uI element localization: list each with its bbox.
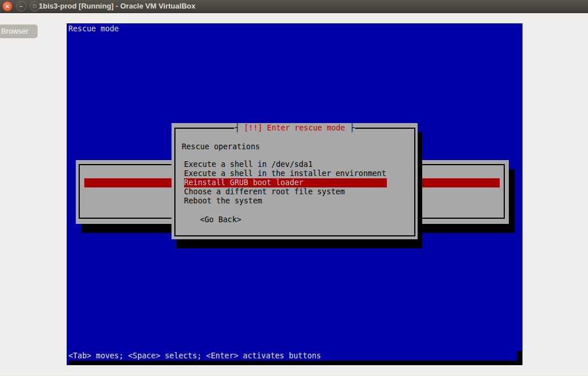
rescue-operations-menu: Execute a shell in /dev/sda1 Execute a s… <box>172 160 418 206</box>
minimize-button[interactable]: − <box>16 1 26 11</box>
menu-item[interactable]: Execute a shell in /dev/sda1 <box>172 160 418 169</box>
dialog-title: ┤ [!!] Enter rescue mode ├ <box>234 124 355 133</box>
rescue-dialog: ┤ [!!] Enter rescue mode ├ Rescue operat… <box>172 123 418 239</box>
menu-item[interactable]: Reboot the system <box>172 197 418 206</box>
frame-tick-right: ├ <box>345 124 354 132</box>
close-button[interactable]: × <box>2 1 13 11</box>
dialog-title-text: [!!] Enter rescue mode <box>244 124 345 132</box>
menu-item[interactable]: Choose a different root file system <box>172 187 418 197</box>
screen-bottom-band <box>69 361 522 365</box>
screen-corner-band <box>517 351 522 365</box>
close-icon: × <box>6 1 9 11</box>
frame-tick-left: ┤ <box>235 124 244 132</box>
rescue-mode-banner: Rescue mode <box>68 24 119 34</box>
go-back-button[interactable]: <Go Back> <box>200 215 242 224</box>
launcher-tooltip-browser: Browser <box>0 24 38 38</box>
menu-item-selected[interactable]: Reinstall GRUB boot loader <box>184 178 387 187</box>
statusbar-edge <box>0 374 588 376</box>
minimize-icon: − <box>19 1 23 11</box>
menu-item[interactable]: Execute a shell in the installer environ… <box>172 169 418 178</box>
keyboard-help-line: <Tab> moves; <Space> selects; <Enter> ac… <box>68 352 321 361</box>
window-titlebar[interactable]: × − □ 1bis3-prod [Running] - Oracle VM V… <box>0 0 588 13</box>
window-title: 1bis3-prod [Running] - Oracle VM Virtual… <box>39 0 195 13</box>
dialog-heading: Rescue operations <box>182 142 260 152</box>
desktop: × − □ 1bis3-prod [Running] - Oracle VM V… <box>0 0 588 376</box>
maximize-icon: □ <box>33 1 36 11</box>
vm-console-screen[interactable]: Rescue mode ┤ [!!] Enter rescue mode ├ R… <box>67 23 522 365</box>
